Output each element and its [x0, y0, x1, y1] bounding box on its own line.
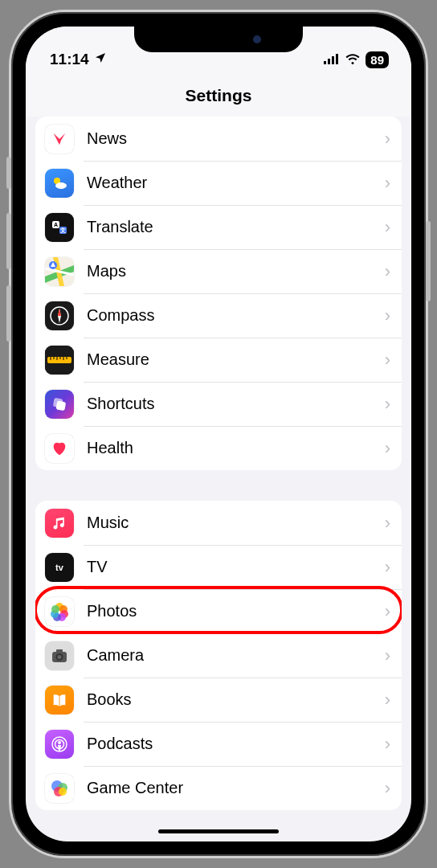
settings-row-gamecenter[interactable]: Game Center › [35, 766, 402, 810]
settings-row-camera[interactable]: Camera › [35, 633, 402, 678]
row-label: Health [87, 439, 385, 457]
svg-point-29 [51, 605, 59, 613]
row-label: Photos [87, 602, 385, 620]
settings-row-tv[interactable]: tv TV › [35, 545, 402, 589]
volume-down-button [6, 285, 11, 342]
row-label: Shortcuts [87, 395, 385, 413]
settings-group: News › Weather › A文 Translate › [35, 117, 402, 470]
chevron-right-icon: › [385, 217, 390, 238]
row-label: Podcasts [87, 735, 385, 753]
camera-icon [45, 641, 74, 670]
svg-rect-31 [56, 649, 63, 653]
chevron-right-icon: › [385, 690, 390, 710]
power-button [426, 221, 431, 301]
chevron-right-icon: › [385, 129, 390, 149]
mute-switch [6, 157, 11, 189]
page-title: Settings [26, 73, 411, 117]
row-label: TV [87, 558, 385, 576]
row-label: Music [87, 514, 385, 532]
svg-rect-0 [324, 61, 326, 64]
notch [134, 27, 303, 52]
row-label: Measure [87, 350, 385, 369]
books-icon [45, 686, 74, 714]
tv-icon: tv [45, 553, 74, 582]
row-label: Maps [87, 262, 385, 280]
settings-row-translate[interactable]: A文 Translate › [35, 205, 402, 249]
chevron-right-icon: › [385, 557, 390, 578]
shortcuts-icon [45, 390, 74, 419]
status-time: 11:14 [50, 51, 89, 68]
chevron-right-icon: › [385, 734, 390, 755]
settings-row-maps[interactable]: Maps › [35, 249, 402, 293]
settings-row-shortcuts[interactable]: Shortcuts › [35, 382, 402, 426]
svg-rect-22 [55, 400, 66, 411]
photos-icon [45, 597, 74, 626]
settings-row-photos[interactable]: Photos › [35, 589, 402, 633]
status-left: 11:14 [50, 51, 107, 68]
maps-icon [45, 257, 74, 286]
row-label: Weather [87, 174, 385, 192]
location-icon [94, 51, 107, 68]
settings-group: Music › tv TV › Photos › [35, 501, 402, 810]
svg-rect-3 [336, 54, 338, 64]
music-icon [45, 509, 74, 538]
news-icon [45, 125, 74, 154]
row-label: Compass [87, 306, 385, 325]
settings-row-music[interactable]: Music › [35, 501, 402, 545]
chevron-right-icon: › [385, 173, 390, 194]
chevron-right-icon: › [385, 350, 390, 371]
weather-icon [45, 169, 74, 198]
settings-row-compass[interactable]: Compass › [35, 293, 402, 338]
svg-point-41 [59, 788, 67, 796]
chevron-right-icon: › [385, 601, 390, 622]
svg-point-37 [58, 741, 61, 744]
volume-up-button [6, 213, 11, 269]
row-label: Game Center [87, 779, 385, 797]
measure-icon [45, 346, 74, 375]
svg-rect-2 [332, 56, 334, 64]
podcasts-icon [45, 730, 74, 759]
chevron-right-icon: › [385, 778, 390, 799]
chevron-right-icon: › [385, 645, 390, 666]
battery-indicator: 89 [366, 51, 389, 68]
row-label: Books [87, 690, 385, 709]
chevron-right-icon: › [385, 394, 390, 415]
settings-list[interactable]: News › Weather › A文 Translate › [26, 117, 411, 810]
chevron-right-icon: › [385, 438, 390, 459]
gamecenter-icon [45, 774, 74, 803]
svg-rect-1 [328, 59, 330, 64]
phone-screen: 11:14 89 Settings [26, 27, 411, 841]
wifi-icon [345, 51, 361, 68]
home-indicator[interactable] [158, 829, 279, 833]
svg-point-5 [55, 182, 67, 189]
svg-text:A: A [54, 222, 58, 227]
row-label: Camera [87, 646, 385, 665]
compass-icon [45, 301, 74, 330]
chevron-right-icon: › [385, 513, 390, 534]
svg-point-33 [58, 655, 62, 659]
settings-row-measure[interactable]: Measure › [35, 338, 402, 382]
chevron-right-icon: › [385, 261, 390, 282]
health-icon [45, 434, 74, 463]
phone-frame: 11:14 89 Settings [9, 10, 428, 858]
svg-text:文: 文 [59, 227, 66, 234]
settings-row-health[interactable]: Health › [35, 426, 402, 470]
status-right: 89 [324, 51, 389, 68]
settings-row-podcasts[interactable]: Podcasts › [35, 722, 402, 766]
translate-icon: A文 [45, 213, 74, 242]
row-label: News [87, 129, 385, 148]
row-label: Translate [87, 218, 385, 236]
settings-row-books[interactable]: Books › [35, 678, 402, 722]
chevron-right-icon: › [385, 305, 390, 326]
settings-row-weather[interactable]: Weather › [35, 161, 402, 205]
settings-row-news[interactable]: News › [35, 117, 402, 161]
cellular-icon [324, 51, 340, 68]
